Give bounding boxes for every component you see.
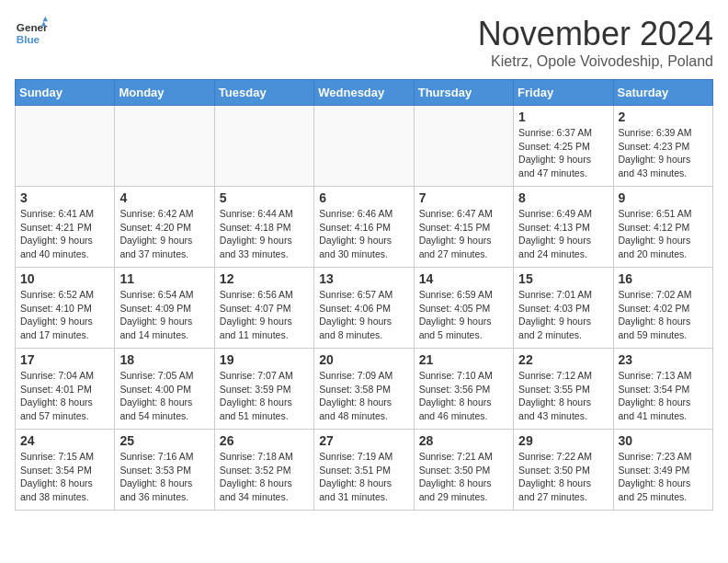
page-header: General Blue November 2024 Kietrz, Opole… [15, 15, 713, 70]
day-number: 27 [319, 433, 408, 448]
day-detail: Sunrise: 7:09 AM Sunset: 3:58 PM Dayligh… [319, 369, 408, 423]
day-detail: Sunrise: 7:12 AM Sunset: 3:55 PM Dayligh… [518, 369, 608, 423]
calendar-cell: 17Sunrise: 7:04 AM Sunset: 4:01 PM Dayli… [16, 349, 115, 430]
calendar-cell: 10Sunrise: 6:52 AM Sunset: 4:10 PM Dayli… [16, 268, 115, 349]
calendar-cell: 16Sunrise: 7:02 AM Sunset: 4:02 PM Dayli… [613, 268, 712, 349]
day-detail: Sunrise: 6:42 AM Sunset: 4:20 PM Dayligh… [119, 207, 209, 261]
calendar-cell: 20Sunrise: 7:09 AM Sunset: 3:58 PM Dayli… [314, 349, 414, 430]
day-number: 3 [20, 190, 109, 205]
calendar-cell: 26Sunrise: 7:18 AM Sunset: 3:52 PM Dayli… [214, 430, 313, 511]
day-detail: Sunrise: 7:05 AM Sunset: 4:00 PM Dayligh… [119, 369, 209, 423]
day-number: 30 [619, 433, 708, 448]
day-detail: Sunrise: 6:52 AM Sunset: 4:10 PM Dayligh… [20, 288, 109, 342]
day-detail: Sunrise: 7:16 AM Sunset: 3:53 PM Dayligh… [119, 450, 209, 504]
calendar-cell: 3Sunrise: 6:41 AM Sunset: 4:21 PM Daylig… [16, 187, 115, 268]
day-number: 23 [619, 352, 708, 367]
day-number: 18 [119, 352, 209, 367]
calendar-cell: 18Sunrise: 7:05 AM Sunset: 4:00 PM Dayli… [115, 349, 214, 430]
day-detail: Sunrise: 7:02 AM Sunset: 4:02 PM Dayligh… [619, 288, 708, 342]
day-detail: Sunrise: 7:13 AM Sunset: 3:54 PM Dayligh… [619, 369, 708, 423]
day-detail: Sunrise: 7:19 AM Sunset: 3:51 PM Dayligh… [319, 450, 408, 504]
calendar-cell: 7Sunrise: 6:47 AM Sunset: 4:15 PM Daylig… [414, 187, 513, 268]
day-number: 13 [319, 271, 408, 286]
calendar-cell: 14Sunrise: 6:59 AM Sunset: 4:05 PM Dayli… [414, 268, 513, 349]
day-number: 14 [419, 271, 508, 286]
day-number: 22 [518, 352, 608, 367]
day-detail: Sunrise: 6:51 AM Sunset: 4:12 PM Dayligh… [619, 207, 708, 261]
day-number: 5 [220, 190, 309, 205]
calendar-cell [314, 106, 414, 187]
calendar-cell: 21Sunrise: 7:10 AM Sunset: 3:56 PM Dayli… [414, 349, 513, 430]
day-detail: Sunrise: 6:47 AM Sunset: 4:15 PM Dayligh… [419, 207, 508, 261]
day-detail: Sunrise: 7:23 AM Sunset: 3:49 PM Dayligh… [619, 450, 708, 504]
day-number: 29 [518, 433, 608, 448]
day-detail: Sunrise: 7:18 AM Sunset: 3:52 PM Dayligh… [220, 450, 309, 504]
day-detail: Sunrise: 7:04 AM Sunset: 4:01 PM Dayligh… [20, 369, 109, 423]
calendar-cell: 23Sunrise: 7:13 AM Sunset: 3:54 PM Dayli… [613, 349, 712, 430]
weekday-header-wednesday: Wednesday [314, 80, 414, 106]
day-detail: Sunrise: 6:54 AM Sunset: 4:09 PM Dayligh… [119, 288, 209, 342]
logo-icon: General Blue [15, 15, 48, 48]
weekday-header-row: SundayMondayTuesdayWednesdayThursdayFrid… [16, 80, 713, 106]
svg-marker-2 [43, 17, 48, 21]
calendar-table: SundayMondayTuesdayWednesdayThursdayFrid… [15, 79, 713, 511]
calendar-cell: 9Sunrise: 6:51 AM Sunset: 4:12 PM Daylig… [613, 187, 712, 268]
day-detail: Sunrise: 6:49 AM Sunset: 4:13 PM Dayligh… [518, 207, 608, 261]
day-number: 1 [518, 109, 608, 124]
calendar-cell [414, 106, 513, 187]
weekday-header-saturday: Saturday [613, 80, 712, 106]
day-number: 9 [619, 190, 708, 205]
day-number: 24 [20, 433, 109, 448]
calendar-cell: 19Sunrise: 7:07 AM Sunset: 3:59 PM Dayli… [214, 349, 313, 430]
day-number: 28 [419, 433, 508, 448]
day-detail: Sunrise: 6:59 AM Sunset: 4:05 PM Dayligh… [419, 288, 508, 342]
calendar-cell: 27Sunrise: 7:19 AM Sunset: 3:51 PM Dayli… [314, 430, 414, 511]
day-number: 2 [619, 109, 708, 124]
weekday-header-monday: Monday [115, 80, 214, 106]
day-detail: Sunrise: 6:44 AM Sunset: 4:18 PM Dayligh… [220, 207, 309, 261]
calendar-cell: 2Sunrise: 6:39 AM Sunset: 4:23 PM Daylig… [613, 106, 712, 187]
title-block: November 2024 Kietrz, Opole Voivodeship,… [478, 15, 713, 70]
day-detail: Sunrise: 7:15 AM Sunset: 3:54 PM Dayligh… [20, 450, 109, 504]
day-number: 17 [20, 352, 109, 367]
day-number: 6 [319, 190, 408, 205]
day-number: 7 [419, 190, 508, 205]
day-detail: Sunrise: 6:39 AM Sunset: 4:23 PM Dayligh… [619, 126, 708, 180]
calendar-cell [115, 106, 214, 187]
calendar-cell: 29Sunrise: 7:22 AM Sunset: 3:50 PM Dayli… [514, 430, 613, 511]
day-detail: Sunrise: 7:10 AM Sunset: 3:56 PM Dayligh… [419, 369, 508, 423]
weekday-header-sunday: Sunday [16, 80, 115, 106]
week-row-0: 1Sunrise: 6:37 AM Sunset: 4:25 PM Daylig… [16, 106, 713, 187]
day-number: 19 [220, 352, 309, 367]
calendar-cell [214, 106, 313, 187]
week-row-1: 3Sunrise: 6:41 AM Sunset: 4:21 PM Daylig… [16, 187, 713, 268]
calendar-cell: 6Sunrise: 6:46 AM Sunset: 4:16 PM Daylig… [314, 187, 414, 268]
day-number: 15 [518, 271, 608, 286]
calendar-cell: 24Sunrise: 7:15 AM Sunset: 3:54 PM Dayli… [16, 430, 115, 511]
calendar-cell: 1Sunrise: 6:37 AM Sunset: 4:25 PM Daylig… [514, 106, 613, 187]
logo: General Blue [15, 15, 48, 48]
calendar-cell: 11Sunrise: 6:54 AM Sunset: 4:09 PM Dayli… [115, 268, 214, 349]
day-number: 8 [518, 190, 608, 205]
calendar-cell: 12Sunrise: 6:56 AM Sunset: 4:07 PM Dayli… [214, 268, 313, 349]
weekday-header-thursday: Thursday [414, 80, 513, 106]
day-number: 4 [119, 190, 209, 205]
calendar-cell [16, 106, 115, 187]
location-title: Kietrz, Opole Voivodeship, Poland [478, 53, 713, 70]
calendar-cell: 13Sunrise: 6:57 AM Sunset: 4:06 PM Dayli… [314, 268, 414, 349]
calendar-cell: 28Sunrise: 7:21 AM Sunset: 3:50 PM Dayli… [414, 430, 513, 511]
day-detail: Sunrise: 6:46 AM Sunset: 4:16 PM Dayligh… [319, 207, 408, 261]
day-number: 20 [319, 352, 408, 367]
day-detail: Sunrise: 7:07 AM Sunset: 3:59 PM Dayligh… [220, 369, 309, 423]
week-row-4: 24Sunrise: 7:15 AM Sunset: 3:54 PM Dayli… [16, 430, 713, 511]
day-number: 11 [119, 271, 209, 286]
day-detail: Sunrise: 6:57 AM Sunset: 4:06 PM Dayligh… [319, 288, 408, 342]
calendar-cell: 22Sunrise: 7:12 AM Sunset: 3:55 PM Dayli… [514, 349, 613, 430]
week-row-2: 10Sunrise: 6:52 AM Sunset: 4:10 PM Dayli… [16, 268, 713, 349]
day-number: 21 [419, 352, 508, 367]
day-number: 26 [220, 433, 309, 448]
weekday-header-friday: Friday [514, 80, 613, 106]
day-detail: Sunrise: 7:21 AM Sunset: 3:50 PM Dayligh… [419, 450, 508, 504]
day-detail: Sunrise: 6:41 AM Sunset: 4:21 PM Dayligh… [20, 207, 109, 261]
day-number: 12 [220, 271, 309, 286]
